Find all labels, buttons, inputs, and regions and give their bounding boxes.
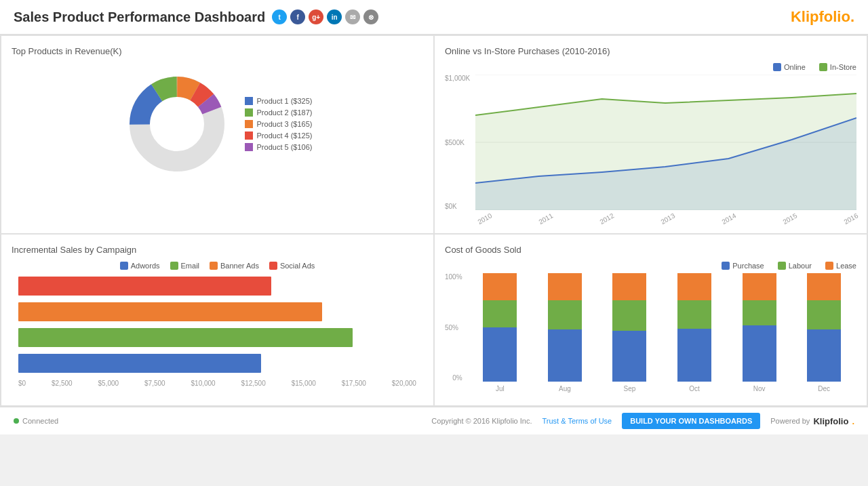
x-17500: $17,500	[342, 380, 366, 387]
legend-item-2: Product 2 ($187)	[245, 108, 313, 117]
banner-legend: Banner Ads	[210, 262, 259, 270]
legend-color-1	[245, 97, 253, 105]
cogs-x-aug: Aug	[548, 385, 582, 392]
x-label-2015: 2015	[781, 211, 798, 226]
legend-item-4: Product 4 ($125)	[245, 131, 313, 140]
bar-group-aug	[548, 273, 582, 382]
facebook-icon[interactable]: f	[290, 9, 305, 24]
share-icon[interactable]: ⊗	[363, 9, 378, 24]
legend-item-3: Product 3 ($165)	[245, 120, 313, 128]
banner-dot	[210, 262, 218, 270]
incremental-sales-card: Incremental Sales by Campaign Adwords Em…	[1, 235, 433, 405]
twitter-icon[interactable]: t	[272, 9, 287, 24]
stacked-jul	[483, 273, 517, 382]
x-label-2016: 2016	[842, 211, 859, 226]
legend-color-4	[245, 131, 253, 140]
stacked-sep	[612, 273, 646, 382]
y-label-500k: $500K	[445, 139, 470, 146]
stacked-aug	[548, 273, 582, 382]
y-100: 100%	[445, 273, 462, 281]
labour-aug	[548, 300, 582, 329]
purchase-aug	[548, 329, 582, 382]
cogs-y-labels: 100% 50% 0%	[445, 273, 468, 395]
purchase-jul	[483, 327, 517, 382]
email-legend: Email	[170, 262, 200, 270]
bar-group-jul	[483, 273, 517, 382]
lease-legend: Lease	[825, 262, 856, 270]
labour-oct	[677, 300, 711, 329]
cogs-bars	[468, 273, 856, 382]
email-dot	[170, 262, 178, 270]
x-0: $0	[18, 380, 26, 387]
cogs-chart-container: 100% 50% 0%	[445, 273, 856, 395]
bar-row-email	[18, 328, 423, 347]
top-products-title: Top Products in Revenue(K)	[12, 46, 423, 56]
bar-group-sep	[612, 273, 646, 382]
stacked-dec	[807, 273, 841, 382]
legend-item-1: Product 1 ($325)	[245, 97, 313, 105]
labour-jul	[483, 300, 517, 327]
social-legend: Social Ads	[269, 262, 315, 270]
labour-dot	[778, 262, 786, 270]
terms-link[interactable]: Trust & Terms of Use	[542, 417, 612, 425]
google-icon[interactable]: g+	[309, 9, 323, 24]
linkedin-icon[interactable]: in	[327, 9, 342, 24]
lease-jul	[483, 273, 517, 300]
bar-group-oct	[677, 273, 711, 382]
header: Sales Product Performance Dashboard t f …	[0, 0, 868, 35]
cogs-x-oct: Oct	[677, 385, 711, 392]
bar-row-social	[18, 277, 423, 296]
x-label-2012: 2012	[598, 211, 615, 226]
y-0: 0%	[452, 374, 462, 382]
donut-legend: Product 1 ($325) Product 2 ($187) Produc…	[245, 97, 313, 151]
legend-color-2	[245, 108, 253, 117]
legend-label-2: Product 2 ($187)	[257, 108, 313, 117]
x-axis-labels: 2010 2011 2012 2013 2014 2015 2016	[475, 216, 856, 223]
social-dot	[269, 262, 277, 270]
x-10000: $10,000	[191, 380, 216, 387]
online-instore-title: Online vs In-Store Purchases (2010-2016)	[445, 46, 856, 56]
top-products-card: Top Products in Revenue(K)	[1, 36, 433, 233]
lease-oct	[677, 273, 711, 300]
line-chart-wrapper: $1,000K $500K $0K 2010 20	[445, 75, 856, 223]
x-20000: $20,000	[392, 380, 416, 387]
bar-email	[18, 328, 353, 347]
cogs-bars-wrapper: Jul Aug Sep Oct Nov Dec	[468, 273, 856, 395]
build-dashboards-button[interactable]: BUILD YOUR OWN DASHBOARDS	[622, 413, 760, 429]
x-label-2010: 2010	[476, 211, 493, 226]
legend-label-1: Product 1 ($325)	[257, 97, 313, 105]
purchase-nov	[743, 325, 776, 382]
cost-of-goods-card: Cost of Goods Sold Purchase Labour Lease…	[435, 235, 867, 405]
adwords-legend: Adwords	[120, 262, 160, 270]
x-label-2013: 2013	[659, 211, 676, 226]
donut-section: Product 1 ($325) Product 2 ($187) Produc…	[12, 63, 423, 185]
online-legend: Online	[773, 63, 806, 71]
bar-banner	[18, 302, 322, 321]
stacked-oct	[677, 273, 711, 382]
labour-dec	[807, 300, 841, 329]
bar-row-banner	[18, 302, 423, 321]
copyright-text: Copyright © 2016 Klipfolio Inc.	[431, 417, 532, 425]
email-icon[interactable]: ✉	[345, 9, 360, 24]
legend-color-5	[245, 143, 253, 151]
page-title: Sales Product Performance Dashboard	[14, 9, 265, 25]
x-5000: $5,000	[98, 380, 119, 387]
bar-x-labels: $0 $2,500 $5,000 $7,500 $10,000 $12,500 …	[12, 380, 423, 387]
connected-indicator	[14, 418, 19, 424]
bar-group-nov	[743, 273, 776, 382]
purchase-sep	[612, 331, 646, 382]
bar-group-dec	[807, 273, 841, 382]
connected-label: Connected	[22, 417, 58, 425]
x-label-2011: 2011	[537, 211, 554, 226]
x-15000: $15,000	[292, 380, 316, 387]
bar-social	[18, 277, 271, 296]
footer-right: Copyright © 2016 Klipfolio Inc. Trust & …	[431, 413, 854, 429]
header-left: Sales Product Performance Dashboard t f …	[14, 9, 378, 25]
x-12500: $12,500	[241, 380, 266, 387]
instore-legend: In-Store	[819, 63, 856, 71]
lease-nov	[743, 273, 776, 300]
x-label-2014: 2014	[720, 211, 737, 226]
donut-chart	[123, 70, 231, 178]
labour-nov	[743, 300, 776, 325]
lease-dec	[807, 273, 841, 300]
